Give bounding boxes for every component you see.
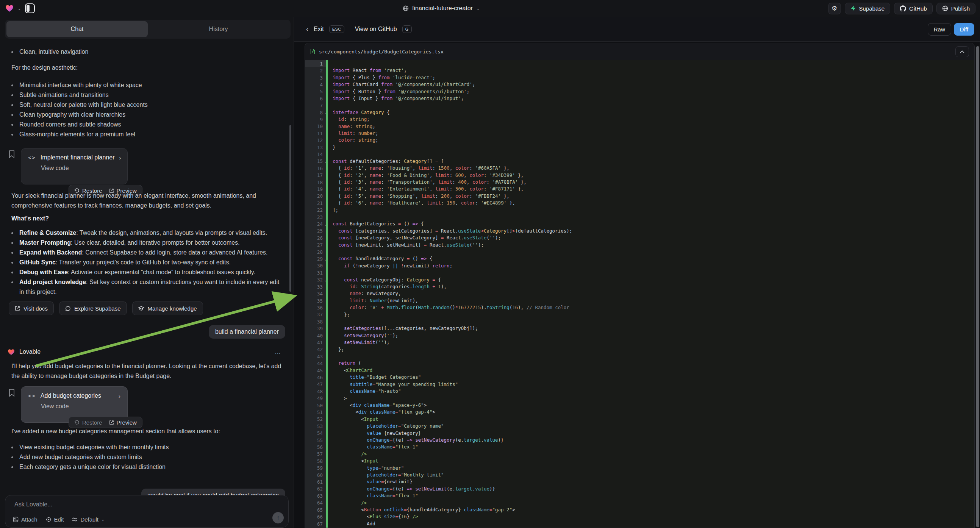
bookmark-icon[interactable] <box>8 150 16 159</box>
send-button[interactable]: ↑ <box>272 512 284 523</box>
raw-toggle-button[interactable]: Raw <box>928 23 951 36</box>
explore-supabase-button[interactable]: Explore Supabase <box>59 302 127 315</box>
top-bar: ⌄ financial-future-creator ⌄ ⚙ Supabase … <box>0 0 980 17</box>
code-line: 32⌄ const newCategoryObj: Category = { <box>305 277 974 283</box>
code-line: 25 const [categories, setCategories] = R… <box>305 227 974 234</box>
supabase-button[interactable]: Supabase <box>845 3 891 14</box>
code-line: 67 Add <box>305 520 974 527</box>
sidebar-toggle-icon[interactable] <box>25 3 35 13</box>
bookmark-icon[interactable] <box>8 389 16 398</box>
code-line: 58 <Input <box>305 458 974 464</box>
code-line: 54 value={newCategory} <box>305 430 974 437</box>
project-switcher[interactable]: financial-future-creator ⌄ <box>402 0 480 17</box>
code-line: 65 <Button onClick={handleAddCategory} c… <box>305 506 974 513</box>
code-line: 53 placeholder="Category name" <box>305 423 974 429</box>
visit-docs-button[interactable]: Visit docs <box>9 302 54 315</box>
file-path-bar[interactable]: src/components/budget/BudgetCategories.t… <box>305 43 974 60</box>
code-line: 45 <ChartCard <box>305 367 974 374</box>
collapse-file-button[interactable] <box>955 46 969 57</box>
diff-added-marker <box>326 60 328 67</box>
fold-chevron-icon[interactable]: ⌄ <box>325 111 326 115</box>
code-line: 14 <box>305 151 974 157</box>
code-line: 36 color: '#' + Math.floor(Math.random()… <box>305 304 974 311</box>
list-item: Soft, neutral color palette with light b… <box>11 100 282 110</box>
list-item: GitHub Sync: Transfer your project's cod… <box>11 258 285 267</box>
code-line: 12 color: string; <box>305 137 974 143</box>
file-icon <box>310 48 315 54</box>
project-chevron-down-icon: ⌄ <box>476 6 480 11</box>
code-line: 62 onChange={(e) => setNewLimit(e.target… <box>305 485 974 492</box>
attach-button[interactable]: Attach <box>13 516 38 523</box>
tab-history[interactable]: History <box>148 21 289 37</box>
code-line: 22]; <box>305 207 974 214</box>
back-chevron-icon[interactable]: ‹ <box>306 25 309 33</box>
code-line: 24⌄const BudgetCategories = () => { <box>305 220 974 227</box>
list-item: Glass-morphic elements for a premium fee… <box>11 130 282 139</box>
list-item: Minimalist interface with plenty of whit… <box>11 80 282 90</box>
esc-key-badge: ESC <box>329 25 344 33</box>
version-card-implement-financial-planner[interactable]: <> Implement financial planner › View co… <box>21 148 128 184</box>
view-code-link[interactable]: View code <box>41 403 121 410</box>
g-key-badge: G <box>402 25 412 33</box>
code-line: 6import { Input } from '@/components/ui/… <box>305 95 974 102</box>
fold-chevron-icon[interactable]: ⌄ <box>325 159 326 163</box>
code-editor[interactable]: 12import React from 'react';3import { Pl… <box>305 60 974 528</box>
diff-added-marker <box>326 151 328 157</box>
fold-chevron-icon[interactable]: ⌄ <box>325 257 326 261</box>
model-selector[interactable]: Default ⌄ <box>72 516 105 523</box>
code-line: 30 if (!newCategory || !newLimit) return… <box>305 262 974 269</box>
code-line: 66 <Plus size={16} /> <box>305 513 974 520</box>
arrow-up-icon: ↑ <box>277 514 280 521</box>
code-line: 34 name: newCategory, <box>305 290 974 297</box>
code-line: 3import { Plus } from 'lucide-react'; <box>305 74 974 81</box>
fold-chevron-icon[interactable]: ⌄ <box>325 222 326 226</box>
diff-toggle-button[interactable]: Diff <box>954 23 974 36</box>
list-item: Subtle animations and transitions <box>11 90 282 100</box>
code-line: 7 <box>305 102 974 109</box>
code-line: 60 placeholder="Monthly limit" <box>305 472 974 479</box>
tab-chat[interactable]: Chat <box>6 21 148 37</box>
file-path: src/components/budget/BudgetCategories.t… <box>319 49 444 54</box>
restore-button[interactable]: Restore <box>74 419 102 426</box>
logo-menu-chevron-icon[interactable]: ⌄ <box>18 6 21 11</box>
prompt-placeholder: Ask Lovable... <box>14 501 52 508</box>
assistant-reply: I'll help you add budget categories to t… <box>11 361 288 381</box>
fold-chevron-icon[interactable]: ⌄ <box>325 278 326 282</box>
chat-scrollbar[interactable] <box>290 125 291 292</box>
code-line: 20 { id: '5', name: 'Shopping', limit: 2… <box>305 193 974 200</box>
chat-panel: Chat History Clean, intuitive navigation… <box>0 17 294 528</box>
chevron-down-icon: ⌄ <box>101 517 105 522</box>
diff-added-marker <box>326 269 328 276</box>
edit-mode-button[interactable]: Edit <box>46 516 64 523</box>
publish-button[interactable]: Publish <box>936 3 975 14</box>
external-link-icon <box>109 420 114 425</box>
publish-globe-icon <box>942 5 948 11</box>
code-line: 57 /> <box>305 451 974 458</box>
assistant-name: Lovable <box>19 348 41 355</box>
message-options-button[interactable]: … <box>275 348 282 355</box>
list-item: Expand with Backend: Connect Supabase to… <box>11 248 285 258</box>
code-line: 42 }; <box>305 346 974 353</box>
preview-button[interactable]: Preview <box>109 419 137 426</box>
code-line: 17 { id: '2', name: 'Food & Dining', lim… <box>305 172 974 179</box>
manage-knowledge-button[interactable]: Manage knowledge <box>132 302 203 315</box>
added-intro: I've added a new budget categories manag… <box>11 426 288 436</box>
exit-button[interactable]: Exit <box>313 26 324 33</box>
list-item: Each category gets a unique color for vi… <box>11 462 282 472</box>
added-bullet-list: View existing budget categories with the… <box>11 442 282 472</box>
code-scrollbar[interactable] <box>976 46 979 527</box>
chevron-up-icon <box>960 50 964 53</box>
github-button[interactable]: GitHub <box>894 3 933 14</box>
view-code-link[interactable]: View code <box>41 165 121 172</box>
code-line: 51 <div className="flex gap-4"> <box>305 409 974 415</box>
code-line: 31 <box>305 269 974 276</box>
diff-added-marker <box>326 102 328 109</box>
code-line: 41 setNewLimit(''); <box>305 339 974 346</box>
chat-history-tabs: Chat History <box>5 20 291 39</box>
code-line: 64 /> <box>305 499 974 506</box>
settings-button[interactable]: ⚙ <box>828 3 841 14</box>
view-on-github-button[interactable]: View on GitHub <box>355 26 397 33</box>
assistant-header: Lovable <box>8 348 41 355</box>
prompt-input-box[interactable]: Ask Lovable... Attach Edit Default ⌄ ↑ <box>5 495 289 528</box>
lovable-logo-icon[interactable] <box>5 5 14 12</box>
